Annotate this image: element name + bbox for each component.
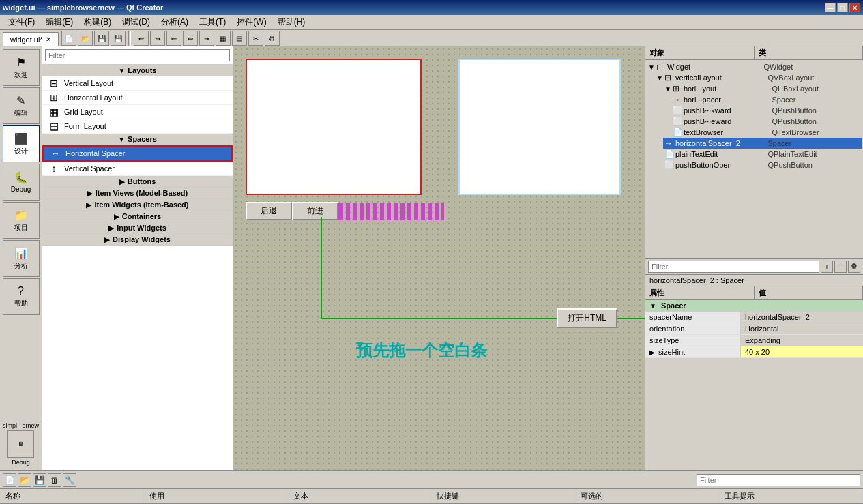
toolbar-form[interactable]: ▤: [232, 31, 247, 46]
props-filter-input[interactable]: [648, 261, 819, 273]
main-container: ⚑ 欢迎 ✎ 编辑 ⬛ 设计 🐛 Debug 📁 项目 📊 分析 ? 帮助: [0, 46, 863, 470]
bottom-filter-input[interactable]: [697, 474, 860, 486]
props-row-sizehint[interactable]: ▶ sizeHint 40 x 20: [645, 346, 863, 358]
obj-row-widget[interactable]: ▼ ◻ Widget QWidget: [647, 61, 862, 72]
toolbar-save[interactable]: 💾: [94, 31, 109, 46]
obj-row-push-backward[interactable]: ⬜ pushB···kward QPushButton: [671, 105, 862, 116]
obj-row-hspacer2[interactable]: ↔ horizontalSpacer_2 Spacer: [663, 138, 862, 149]
obj-row-vertical-layout[interactable]: ▼ ⊟ verticalLayout QVBoxLayout: [655, 72, 862, 83]
layouts-expand-icon[interactable]: ▼: [118, 67, 125, 74]
props-settings-button[interactable]: ⚙: [848, 261, 860, 273]
widget-list: ▼ Layouts ⊟ Vertical Layout ⊞ Horizontal…: [42, 65, 233, 470]
menu-edit[interactable]: 编辑(E): [40, 15, 78, 29]
props-filter-bar: + − ⚙: [645, 259, 863, 275]
object-tree: ▼ ◻ Widget QWidget ▼ ⊟ verticalLayout QV…: [645, 60, 863, 169]
item-views-expand-icon[interactable]: ▶: [87, 190, 93, 197]
toolbar-break[interactable]: ✂: [248, 31, 263, 46]
left-tab-project[interactable]: 📁 项目: [3, 202, 40, 239]
left-tab-edit[interactable]: ✎ 编辑: [3, 87, 40, 124]
toolbar-align-center[interactable]: ⇔: [183, 31, 198, 46]
toolbar-settings[interactable]: ⚙: [265, 31, 280, 46]
vlayout-obj-name: verticalLayout: [675, 74, 768, 82]
debug-session-label: simpl···ernew: [3, 422, 39, 429]
props-remove-button[interactable]: −: [834, 261, 847, 273]
obj-row-text-browser[interactable]: 📄 textBrowser QTextBrowser: [671, 127, 862, 138]
item-widgets-expand-icon[interactable]: ▶: [86, 201, 91, 209]
containers-expand-icon[interactable]: ▶: [114, 213, 119, 220]
hlayout-icon: ⊞: [673, 84, 684, 93]
menu-widgets[interactable]: 控件(W): [231, 15, 272, 29]
tab-close-icon[interactable]: ✕: [46, 35, 51, 43]
form-layout-icon: ▤: [48, 121, 60, 132]
left-tab-design[interactable]: ⬛ 设计: [3, 125, 40, 162]
bottom-col-text: 文本: [288, 490, 432, 502]
widget-item-horizontal-spacer[interactable]: ↔ Horizontal Spacer: [42, 145, 233, 162]
left-tab-help[interactable]: ? 帮助: [3, 278, 40, 315]
menu-file[interactable]: 文件(F): [3, 15, 40, 29]
pushbkward-obj-type: QPushButton: [772, 106, 861, 115]
left-tab-debug[interactable]: 🐛 Debug: [3, 164, 40, 201]
open-html-button[interactable]: 打开HTML: [557, 308, 617, 328]
props-col-key: 属性: [645, 286, 755, 299]
left-tab-debug-label: Debug: [11, 186, 31, 193]
props-row-spacername[interactable]: spacerName horizontalSpacer_2: [645, 312, 863, 323]
left-tab-welcome[interactable]: ⚑ 欢迎: [3, 49, 40, 86]
widget-item-horizontal-layout[interactable]: ⊞ Horizontal Layout: [42, 91, 233, 105]
left-tab-edit-label: 编辑: [14, 108, 28, 118]
widget-filter-input[interactable]: [45, 49, 230, 61]
toolbar-align-left[interactable]: ⇤: [166, 31, 181, 46]
toolbar-open[interactable]: 📂: [78, 31, 93, 46]
bottom-save-btn[interactable]: 💾: [33, 473, 46, 487]
obj-row-push-forward[interactable]: ⬜ pushB···eward QPushButton: [671, 116, 862, 127]
props-val-spacername: horizontalSpacer_2: [741, 312, 863, 323]
minimize-button[interactable]: —: [825, 3, 836, 12]
widget-item-grid-layout[interactable]: ▦ Grid Layout: [42, 105, 233, 119]
obj-row-hspacer[interactable]: ↔ hori···pacer Spacer: [671, 94, 862, 105]
spacers-expand-icon[interactable]: ▼: [118, 136, 125, 143]
widget-item-vertical-spacer[interactable]: ↕ Vertical Spacer: [42, 162, 233, 176]
pushopen-obj-name: pushButtonOpen: [675, 161, 768, 169]
menu-analyze[interactable]: 分析(A): [156, 15, 194, 29]
toolbar-save-all[interactable]: 💾: [111, 31, 126, 46]
obj-row-plain-text[interactable]: 📄 plainTextEdit QPlainTextEdit: [663, 149, 862, 160]
obj-row-hlayout[interactable]: ▼ ⊞ hori···yout QHBoxLayout: [663, 83, 862, 94]
bottom-tools-btn[interactable]: 🔧: [63, 473, 76, 487]
widget-item-vertical-layout[interactable]: ⊟ Vertical Layout: [42, 76, 233, 91]
spacer-section-expand[interactable]: ▼: [649, 302, 656, 310]
props-row-orientation[interactable]: orientation Horizontal: [645, 323, 863, 335]
input-widgets-expand-icon[interactable]: ▶: [108, 224, 114, 232]
toolbar-redo[interactable]: ↪: [150, 31, 165, 46]
obj-row-push-open[interactable]: ⬜ pushButtonOpen QPushButton: [663, 160, 862, 169]
props-add-button[interactable]: +: [821, 261, 833, 273]
close-button[interactable]: ✕: [849, 3, 860, 12]
project-icon: 📁: [14, 209, 28, 222]
file-tab-widget-ui[interactable]: widget.ui* ✕: [3, 32, 59, 46]
bottom-open-btn[interactable]: 📂: [18, 473, 31, 487]
vertical-layout-label: Vertical Layout: [64, 79, 113, 87]
forward-button[interactable]: 前进: [292, 202, 338, 220]
toolbar-new[interactable]: 📄: [61, 31, 76, 46]
sizehint-expand[interactable]: ▶: [649, 349, 655, 356]
bottom-new-btn[interactable]: 📄: [3, 473, 16, 487]
menu-help[interactable]: 帮助(H): [272, 15, 311, 29]
props-row-sizetype[interactable]: sizeType Expanding: [645, 335, 863, 346]
buttons-expand-icon[interactable]: ▶: [119, 178, 125, 186]
left-tab-analyze[interactable]: 📊 分析: [3, 240, 40, 277]
widget-icon: ◻: [656, 62, 667, 72]
menu-debug[interactable]: 调试(D): [117, 15, 156, 29]
bottom-toolbar: 📄 📂 💾 🗑 🔧: [0, 471, 863, 489]
toolbar-grid[interactable]: ▦: [216, 31, 231, 46]
display-widgets-expand-icon[interactable]: ▶: [104, 236, 110, 243]
pushbkward-obj-name: pushB···kward: [684, 106, 772, 115]
menu-tools[interactable]: 工具(T): [194, 15, 231, 29]
bottom-col-checkable: 可选的: [575, 490, 719, 502]
maximize-button[interactable]: □: [837, 3, 848, 12]
menu-build[interactable]: 构建(B): [78, 15, 117, 29]
back-button[interactable]: 后退: [246, 202, 292, 220]
left-tab-help-label: 帮助: [14, 299, 28, 308]
bottom-delete-btn[interactable]: 🗑: [48, 473, 61, 487]
widget-item-form-layout[interactable]: ▤ Form Layout: [42, 119, 233, 134]
toolbar-align-right[interactable]: ⇥: [199, 31, 214, 46]
horizontal-spacer-icon: ↔: [49, 148, 61, 159]
toolbar-undo[interactable]: ↩: [134, 31, 149, 46]
